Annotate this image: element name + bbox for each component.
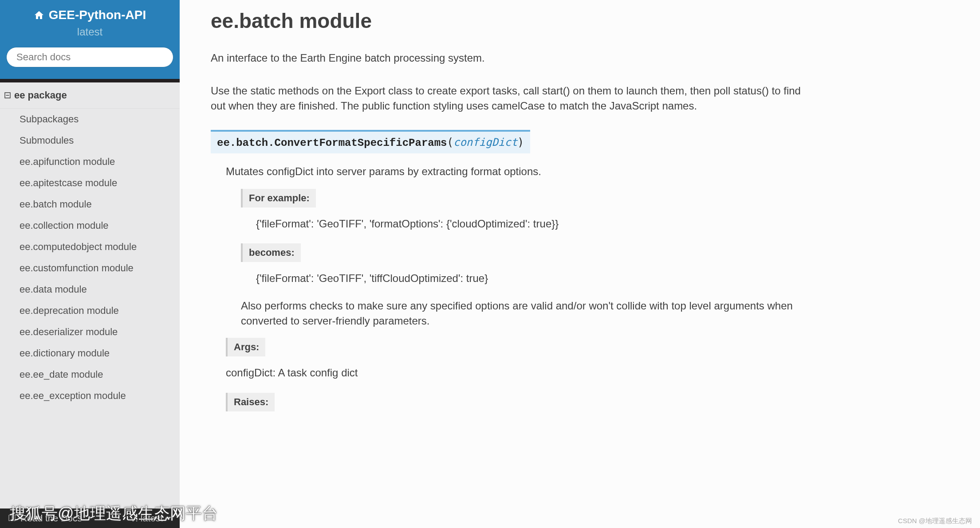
intro-text: An interface to the Earth Engine batch p… [211, 51, 951, 66]
sig-paren-close: ) [517, 136, 523, 149]
site-version: latest [4, 26, 175, 38]
site-title-text: GEE-Python-API [49, 8, 146, 22]
sig-paren-open: ( [447, 136, 453, 149]
args-body: configDict: A task config dict [226, 365, 951, 380]
example-block: For example: {'fileFormat': 'GeoTIFF', '… [226, 189, 951, 328]
page-title: ee.batch module [211, 9, 951, 33]
example-output: {'fileFormat': 'GeoTIFF', 'tiffCloudOpti… [241, 271, 951, 286]
nav-item[interactable]: Submodules [0, 130, 180, 151]
rtd-version-text: v: latest [131, 513, 163, 524]
nav-heading-text: ee package [14, 90, 67, 101]
doc-block: Mutates configDict into server params by… [211, 164, 951, 420]
search-wrap [0, 47, 180, 79]
sidebar-header: GEE-Python-API latest [0, 0, 180, 47]
nav-item[interactable]: ee.batch module [0, 194, 180, 215]
nav-item[interactable]: Subpackages [0, 109, 180, 130]
nav-item[interactable]: ee.computedobject module [0, 236, 180, 258]
nav-heading[interactable]: ee package [0, 82, 180, 109]
home-icon [34, 10, 44, 20]
nav-item[interactable]: ee.data module [0, 279, 180, 300]
nav-item[interactable]: ee.ee_exception module [0, 385, 180, 407]
caret-down-icon [166, 516, 172, 520]
checks-text: Also performs checks to make sure any sp… [241, 298, 822, 328]
nav-item[interactable]: ee.ee_date module [0, 364, 180, 385]
nav-item[interactable]: ee.apitestcase module [0, 172, 180, 194]
nav-list: Subpackages Submodules ee.apifunction mo… [0, 109, 180, 407]
nav-item[interactable]: ee.apifunction module [0, 151, 180, 172]
example-input: {'fileFormat': 'GeoTIFF', 'formatOptions… [241, 216, 951, 231]
rtd-footer[interactable]: Read the Docs v: latest [0, 508, 180, 528]
collapse-icon [4, 92, 11, 98]
site-title[interactable]: GEE-Python-API [34, 8, 146, 22]
nav-item[interactable]: ee.deserializer module [0, 321, 180, 343]
nav-item[interactable]: ee.dictionary module [0, 343, 180, 364]
nav-item[interactable]: ee.customfunction module [0, 258, 180, 279]
content: ee.batch module An interface to the Eart… [180, 0, 980, 528]
rtd-brand: Read the Docs [8, 513, 82, 524]
watermark-right: CSDN @地理遥感生态网 [898, 517, 972, 525]
nav-item[interactable]: ee.collection module [0, 215, 180, 236]
body-text: Use the static methods on the Export cla… [211, 83, 814, 114]
raises-label: Raises: [226, 393, 275, 411]
book-icon [8, 514, 16, 522]
func-summary: Mutates configDict into server params by… [226, 164, 951, 179]
nav-item[interactable]: ee.deprecation module [0, 300, 180, 321]
example-label: For example: [241, 189, 316, 207]
sig-param: configDict [453, 136, 518, 149]
sig-qualname: ee.batch.ConvertFormatSpecificParams [217, 137, 447, 149]
args-label: Args: [226, 338, 265, 356]
sidebar-nav: ee package Subpackages Submodules ee.api… [0, 82, 180, 528]
page-root: GEE-Python-API latest ee package Subpack… [0, 0, 980, 528]
rtd-text: Read the Docs [20, 513, 82, 524]
rtd-version: v: latest [131, 513, 172, 524]
search-input[interactable] [6, 47, 173, 67]
divider-bar [0, 79, 180, 82]
becomes-label: becomes: [241, 243, 301, 262]
function-signature: ee.batch.ConvertFormatSpecificParams(con… [211, 130, 530, 153]
sidebar: GEE-Python-API latest ee package Subpack… [0, 0, 180, 528]
